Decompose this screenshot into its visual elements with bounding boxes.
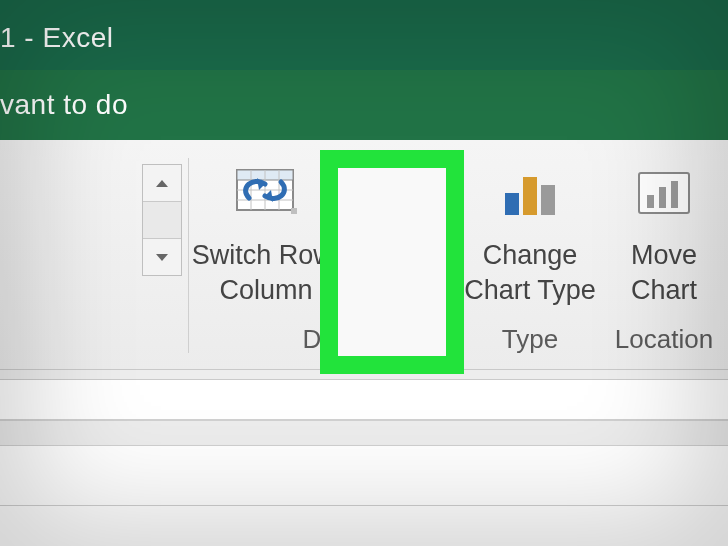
ribbon-group-data: Switch Row/ Column [200, 140, 460, 369]
group-label-type: Type [460, 324, 600, 355]
svg-rect-23 [505, 193, 519, 215]
svg-rect-19 [394, 206, 399, 217]
sheet-row [0, 380, 728, 420]
sheet-row [0, 446, 728, 506]
svg-rect-7 [291, 208, 297, 214]
select-data-button[interactable]: Select Data [330, 156, 458, 307]
worksheet-area[interactable] [0, 370, 728, 546]
svg-rect-24 [523, 177, 537, 215]
svg-rect-28 [659, 187, 666, 208]
change-chart-type-icon [501, 169, 559, 223]
app-title: 1 - Excel [0, 22, 113, 54]
svg-rect-25 [541, 185, 555, 215]
svg-rect-22 [418, 210, 422, 217]
gallery-scroll-down-button[interactable] [143, 239, 181, 275]
move-chart-label: Move Chart [631, 238, 697, 307]
switch-row-column-button[interactable]: Switch Row/ Column [202, 156, 330, 307]
group-separator [188, 158, 189, 353]
sheet-row [0, 420, 728, 446]
switch-row-column-label: Switch Row/ Column [192, 238, 341, 307]
svg-rect-21 [410, 194, 415, 217]
switch-row-column-icon [235, 168, 297, 224]
svg-rect-11 [364, 168, 414, 177]
change-chart-type-button[interactable]: Change Chart Type [460, 156, 600, 307]
gallery-scroll-handle[interactable] [143, 202, 181, 239]
svg-rect-27 [647, 195, 654, 208]
group-label-location: Location [600, 324, 728, 355]
title-bar: 1 - Excel [0, 0, 728, 70]
ribbon-group-type: Change Chart Type Type [460, 140, 600, 369]
tell-me-text: vant to do [0, 89, 128, 121]
move-chart-icon [635, 169, 693, 223]
group-label-data: Data [200, 324, 460, 355]
select-data-icon [362, 166, 426, 226]
ribbon: Switch Row/ Column [0, 140, 728, 370]
sheet-edge [0, 370, 728, 380]
svg-rect-20 [402, 200, 407, 217]
gallery-scroll [142, 164, 182, 276]
tell-me-bar[interactable]: vant to do [0, 70, 728, 140]
gallery-scroll-up-button[interactable] [143, 165, 181, 202]
ribbon-group-location: Move Chart Location [600, 140, 728, 369]
move-chart-button[interactable]: Move Chart [604, 156, 724, 307]
change-chart-type-label: Change Chart Type [464, 238, 596, 307]
sheet-row [0, 506, 728, 546]
select-data-label: Select Data [356, 238, 431, 307]
svg-rect-29 [671, 181, 678, 208]
